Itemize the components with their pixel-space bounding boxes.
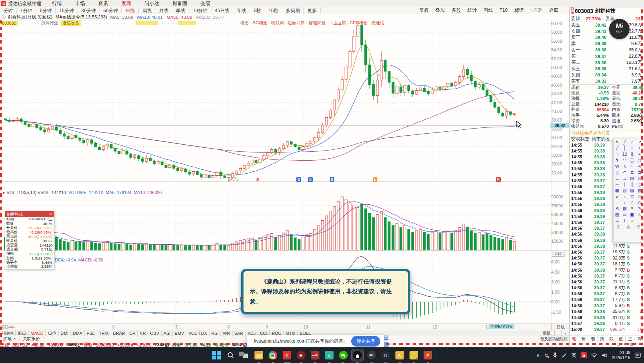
ask-row[interactable]: 卖五39.4229.6万 [570, 22, 644, 28]
taskbar-icon-file-explorer[interactable] [253, 349, 265, 361]
draw-tool-icon[interactable]: ∕ [628, 200, 636, 205]
microphone-icon[interactable] [553, 352, 557, 358]
speaker-icon[interactable] [602, 353, 608, 358]
indicator-tab[interactable]: SAR [233, 330, 246, 336]
panel-tab[interactable]: 联 [607, 336, 617, 342]
period-tab[interactable]: 10分钟 [189, 7, 211, 14]
draw-tool-icon[interactable]: ╱ [621, 139, 628, 145]
menu-item[interactable]: 资讯 [98, 0, 108, 7]
bid-table[interactable]: 买一39.3722.8万买二39.36153.1万买三39.3521.6万买四3… [570, 53, 644, 84]
draw-tool-icon[interactable]: ◯ [628, 157, 636, 163]
chart-action-button[interactable]: +自选 [527, 7, 546, 14]
zoom-in-button[interactable]: + [554, 330, 562, 336]
taskbar-icon-notes[interactable] [408, 349, 420, 361]
event-marker-icon[interactable]: L [373, 177, 377, 182]
draw-tool-icon[interactable]: ↙ [613, 194, 621, 200]
draw-tool-icon[interactable]: ⊑ [613, 175, 621, 181]
indicator-tab[interactable]: 窗口 [16, 330, 29, 336]
chart-action-button[interactable]: 复权 [416, 7, 432, 14]
panel-tab[interactable]: 笔 [570, 336, 579, 342]
draw-tool-icon[interactable]: ▤ [613, 212, 621, 218]
menu-item[interactable]: 发现 [121, 0, 131, 7]
draw-tool-icon[interactable]: ▨ [628, 187, 636, 193]
hide-share-button[interactable]: 隐藏 [384, 334, 388, 348]
period-tab[interactable]: 1分钟 [17, 7, 36, 14]
taskbar-icon-kc[interactable]: K [394, 349, 406, 361]
ad-text[interactable]: 自动续费通达信普及 [570, 130, 644, 136]
draw-tool-icon[interactable]: W [613, 163, 621, 169]
draw-tool-icon[interactable]: ▧ [621, 187, 628, 193]
period-tab[interactable]: 日线 [122, 7, 139, 14]
indicator-tab[interactable]: DMA [71, 330, 85, 336]
draw-tool-icon[interactable]: ∕ [628, 139, 636, 145]
indicator-tab[interactable]: RSI [209, 330, 221, 336]
draw-tool-icon[interactable]: ▦ [613, 187, 621, 193]
tray-clock[interactable]: 21:392025/1/15 [612, 350, 630, 360]
draw-tool-icon[interactable]: ⊂ [621, 169, 628, 175]
period-tab[interactable]: 分时 [0, 7, 17, 14]
draw-tool-icon[interactable]: △ [613, 169, 621, 175]
taskbar-icon-red-app[interactable]: ◉ [295, 349, 307, 361]
menu-item[interactable]: 问小达 [144, 0, 159, 7]
period-tab[interactable]: 多周期 [282, 7, 304, 14]
menu-item[interactable]: 市场 [75, 0, 85, 7]
panel-tab[interactable]: 细 [588, 336, 598, 342]
draw-tool-icon[interactable]: ↯ [613, 157, 621, 163]
draw-tool-icon[interactable]: ╱ [613, 145, 621, 151]
event-marker-icon[interactable]: E [296, 177, 301, 182]
pen-icon[interactable] [562, 352, 567, 358]
draw-tool-icon[interactable]: ↓ [621, 194, 628, 200]
indicator-tab[interactable]: 归位 [46, 330, 59, 336]
period-tab[interactable]: 15秒 [265, 7, 282, 14]
ask-row[interactable]: 卖一39.3835.0万 [570, 47, 644, 53]
taskbar-icon-chrome[interactable] [267, 349, 279, 361]
formula-label[interactable]: MA画线股今(5,13,55,233) [56, 14, 107, 20]
concept-tag[interactable]: 智能家居 [308, 20, 326, 26]
indicator-tab[interactable]: TRIX [97, 330, 111, 336]
industry-value[interactable]: 通信设备 [61, 20, 81, 26]
concept-tag[interactable]: 光通信 [371, 20, 384, 26]
zoom-out-button[interactable]: - [562, 330, 569, 336]
draw-tool-icon[interactable]: 12 [621, 151, 628, 157]
bid-row[interactable]: 买四39.343.9万 [570, 72, 644, 78]
indicator-tab[interactable]: ASI [162, 330, 173, 336]
taskbar-icon-ppt[interactable]: P [422, 349, 434, 361]
language-indicator[interactable]: 英 [572, 352, 576, 359]
draw-tool-icon[interactable]: ▤ [628, 175, 636, 181]
chart-action-button[interactable]: 返回 [546, 7, 562, 14]
concept-tag[interactable]: 工业互联 [329, 20, 346, 26]
ime-icon[interactable]: S [581, 352, 587, 358]
draw-tool-icon[interactable]: ⊢ [613, 182, 621, 187]
period-tab[interactable]: 30分钟 [78, 7, 100, 14]
panel-tab[interactable]: 值 [616, 336, 626, 342]
draw-tool-icon[interactable]: ↖ [613, 139, 621, 145]
taskbar-icon-mi[interactable]: Mi [366, 349, 377, 361]
draw-tool-icon[interactable]: ┼ [621, 145, 628, 151]
draw-tool-icon[interactable]: ┃ [628, 182, 636, 187]
event-marker-icon[interactable]: R [496, 177, 501, 182]
draw-tool-icon[interactable]: T [621, 218, 628, 223]
ask-row[interactable]: 卖三39.4011.8万 [570, 34, 644, 41]
draw-tool-icon[interactable]: ≈ [628, 163, 636, 169]
indicator-tab[interactable]: 指标A [0, 330, 16, 336]
template-button[interactable]: 模板 [539, 330, 554, 336]
draw-tool-icon[interactable]: ▩ [621, 205, 628, 211]
taskbar-icon-tdx[interactable]: ↯ [281, 349, 293, 361]
menu-item[interactable]: 行情 [52, 0, 62, 7]
ask-row[interactable]: 卖二39.399.5万 [570, 40, 644, 47]
bid-row[interactable]: 买二39.36153.1万 [570, 60, 644, 66]
concept-tag[interactable]: CPO概念 [350, 20, 368, 26]
refresh-icon[interactable]: ↻ [544, 352, 548, 358]
period-tab[interactable]: 季线 [172, 7, 189, 14]
event-marker-icon[interactable]: $ [255, 177, 260, 182]
draw-tool-icon[interactable]: ◠ [621, 157, 628, 163]
draw-tool-icon[interactable]: ∥ [621, 182, 628, 187]
chart-action-button[interactable]: F10 [496, 7, 511, 14]
bottom-link[interactable]: 关联报价 [20, 336, 43, 342]
draw-tool-icon[interactable]: ▭ [621, 212, 628, 218]
draw-tool-icon[interactable]: ✕ [628, 205, 636, 211]
taskbar-icon-search[interactable] [225, 349, 236, 361]
chart-action-button[interactable]: 叠加 [432, 7, 448, 14]
chart-action-button[interactable]: 统计 [464, 7, 480, 14]
draw-tool-icon[interactable]: ∧ [621, 163, 628, 169]
